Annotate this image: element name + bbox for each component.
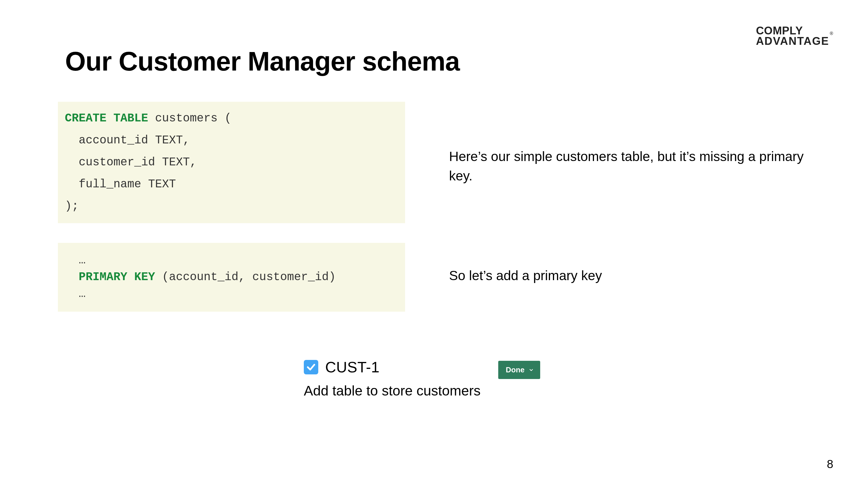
ticket-check-icon <box>304 360 318 375</box>
registered-mark: ® <box>830 31 833 36</box>
code-text: customers ( <box>148 112 231 125</box>
note-add-pk: So let’s add a primary key <box>449 266 819 285</box>
code-block-primary-key: … PRIMARY KEY (account_id, customer_id) … <box>58 243 405 312</box>
code-line: … <box>65 286 398 302</box>
logo-line-1: COMPLY <box>756 26 833 36</box>
code-line: account_id TEXT, <box>65 130 398 152</box>
code-line: ); <box>65 195 398 218</box>
code-line: customer_id TEXT, <box>65 152 398 173</box>
note-missing-pk: Here’s our simple customers table, but i… <box>449 147 819 185</box>
ticket-status-button[interactable]: Done <box>498 361 540 379</box>
code-text: (account_id, customer_id) <box>155 270 336 284</box>
brand-logo: COMPLY ADVANTAGE® <box>756 26 833 46</box>
code-block-create-table: CREATE TABLE customers ( account_id TEXT… <box>58 102 405 223</box>
code-line: full_name TEXT <box>65 173 398 195</box>
ticket-status-label: Done <box>506 365 525 375</box>
logo-line-2: ADVANTAGE <box>756 35 829 47</box>
code-line: PRIMARY KEY (account_id, customer_id) <box>65 269 398 286</box>
chevron-down-icon <box>529 367 534 372</box>
code-line: CREATE TABLE customers ( <box>65 107 398 130</box>
slide-title: Our Customer Manager schema <box>65 46 460 76</box>
code-line: … <box>65 252 398 269</box>
ticket-description: Add table to store customers <box>304 383 541 399</box>
ticket-id: CUST-1 <box>325 358 380 376</box>
page-number: 8 <box>827 458 833 470</box>
keyword: CREATE TABLE <box>65 112 148 125</box>
keyword: PRIMARY KEY <box>79 270 155 284</box>
